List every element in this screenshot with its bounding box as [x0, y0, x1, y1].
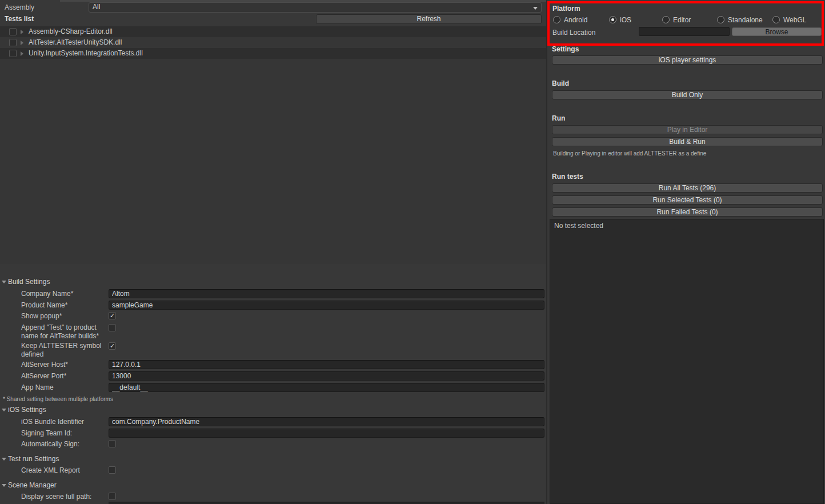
field-label: AltServer Port*: [21, 372, 109, 381]
radio-icon: [553, 16, 560, 23]
expand-arrow-icon[interactable]: [21, 51, 23, 56]
pane-separator[interactable]: [546, 0, 547, 504]
section-title: Scene Manager: [8, 481, 57, 490]
section-title: iOS Settings: [8, 406, 46, 414]
partial-field: [109, 502, 544, 504]
platform-radio-android[interactable]: Android: [553, 16, 604, 24]
field-label: Automatically Sign:: [21, 440, 109, 449]
ios-bundle-identifier-input[interactable]: [109, 417, 544, 426]
test-label: Unity.InputSystem.IntegrationTests.dll: [29, 49, 143, 57]
field-label: iOS Bundle Identifier: [21, 418, 109, 426]
append-test-checkbox[interactable]: [109, 324, 116, 331]
test-checkbox[interactable]: [9, 39, 17, 46]
assembly-filter-value: All: [93, 3, 100, 11]
radio-label: Android: [564, 16, 587, 24]
field-label: Create XML Report: [21, 466, 109, 475]
section-title: Test run Settings: [8, 455, 59, 463]
radio-icon: [662, 16, 670, 23]
run-failed-tests-button[interactable]: Run Failed Tests (0): [552, 207, 823, 217]
display-scene-full-path-checkbox[interactable]: [109, 493, 116, 500]
company-name-input[interactable]: [109, 289, 544, 298]
run-note: Building or Playing in editor will add A…: [553, 149, 706, 158]
field-label: App Name: [21, 383, 109, 392]
altserver-host-input[interactable]: [109, 360, 544, 369]
build-title: Build: [552, 79, 569, 88]
platform-title: Platform: [552, 5, 580, 13]
platform-radio-editor[interactable]: Editor: [662, 16, 708, 24]
automatically-sign-checkbox[interactable]: [109, 440, 116, 447]
foldout-arrow-icon: [2, 458, 6, 461]
section-title: Build Settings: [8, 278, 50, 286]
field-label: AltServer Host*: [21, 361, 109, 369]
tests-list: Assembly-CSharp-Editor.dll AltTester.Alt…: [0, 26, 546, 264]
platform-radio-webgl[interactable]: WebGL: [772, 16, 818, 24]
test-row[interactable]: AltTester.AltTesterUnitySDK.dll: [0, 37, 546, 48]
run-title: Run: [552, 114, 565, 123]
play-in-editor-button[interactable]: Play in Editor: [552, 125, 823, 134]
browse-button[interactable]: Browse: [732, 27, 822, 36]
ios-player-settings-button[interactable]: iOS player settings: [552, 55, 823, 65]
build-location-input[interactable]: [639, 27, 730, 36]
field-label: Display scene full path:: [21, 493, 109, 501]
foldout-arrow-icon: [2, 409, 6, 411]
run-tests-title: Run tests: [552, 173, 583, 181]
field-label: Append "Test" to product name for AltTes…: [21, 323, 109, 341]
test-results-panel: No test selected: [550, 219, 824, 504]
tab-strip: [0, 0, 546, 2]
assembly-label: Assembly: [5, 3, 34, 12]
radio-icon: [772, 16, 780, 23]
shared-settings-note: * Shared setting between multiple platfo…: [3, 395, 113, 403]
alttester-editor-window: Assembly All Tests list Refresh Assembly…: [0, 0, 825, 504]
radio-icon: [609, 16, 616, 23]
expand-arrow-icon[interactable]: [21, 30, 23, 34]
platform-radio-ios[interactable]: iOS: [609, 16, 649, 24]
keep-alttester-symbol-checkbox[interactable]: [109, 342, 116, 350]
app-name-input[interactable]: [109, 383, 544, 392]
radio-label: iOS: [620, 16, 631, 24]
foldout-arrow-icon: [2, 484, 6, 487]
radio-label: Editor: [673, 16, 691, 24]
build-and-run-button[interactable]: Build & Run: [552, 137, 823, 146]
settings-title: Settings: [552, 45, 579, 54]
field-label: Product Name*: [21, 301, 109, 310]
expand-arrow-icon[interactable]: [21, 41, 23, 45]
assembly-filter-dropdown[interactable]: All: [89, 2, 542, 13]
show-popup-checkbox[interactable]: [109, 312, 116, 319]
radio-label: WebGL: [783, 16, 806, 24]
field-label: Show popup*: [21, 312, 109, 321]
test-label: AltTester.AltTesterUnitySDK.dll: [29, 38, 122, 46]
test-checkbox[interactable]: [9, 28, 17, 35]
test-row[interactable]: Assembly-CSharp-Editor.dll: [0, 26, 546, 37]
product-name-input[interactable]: [109, 301, 544, 310]
refresh-button[interactable]: Refresh: [316, 14, 542, 24]
field-label: Signing Team Id:: [21, 429, 109, 438]
tests-list-title: Tests list: [5, 15, 34, 23]
radio-icon: [717, 16, 724, 23]
build-location-label: Build Location: [552, 29, 595, 37]
field-label: Company Name*: [21, 290, 109, 298]
signing-team-id-input[interactable]: [109, 429, 544, 438]
test-row[interactable]: Unity.InputSystem.IntegrationTests.dll: [0, 48, 546, 59]
run-all-tests-button[interactable]: Run All Tests (296): [552, 183, 823, 193]
foldout-arrow-icon: [2, 281, 6, 283]
altserver-port-input[interactable]: [109, 371, 544, 381]
run-selected-tests-button[interactable]: Run Selected Tests (0): [552, 195, 823, 205]
no-test-selected-status: No test selected: [554, 222, 603, 230]
active-tab[interactable]: [0, 0, 60, 2]
create-xml-report-checkbox[interactable]: [109, 466, 116, 474]
field-label: Keep ALTTESTER symbol defined: [21, 342, 109, 359]
test-label: Assembly-CSharp-Editor.dll: [29, 27, 113, 35]
chevron-down-icon: [533, 7, 538, 10]
platform-radio-standalone[interactable]: Standalone: [717, 16, 771, 24]
build-only-button[interactable]: Build Only: [552, 90, 823, 99]
radio-label: Standalone: [728, 16, 763, 24]
test-checkbox[interactable]: [9, 50, 17, 57]
